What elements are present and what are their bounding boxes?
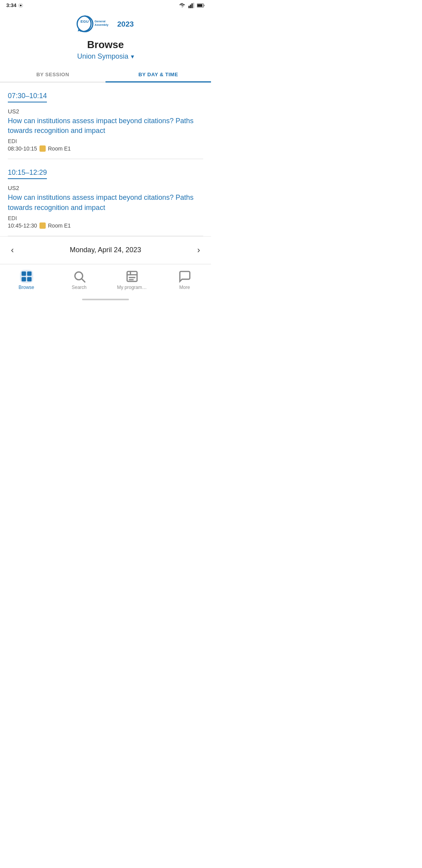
svg-text:General: General (95, 20, 106, 23)
time-block-1: 07:30–10:14 US2 How can institutions ass… (8, 92, 203, 159)
session-code-2: US2 (8, 185, 203, 191)
svg-text:E: E (80, 19, 83, 23)
session-code: US2 (8, 108, 203, 115)
session-item: US2 How can institutions assess impact b… (8, 185, 203, 236)
date-label: Monday, April 24, 2023 (70, 246, 141, 254)
session-room-2: Room E1 (48, 222, 71, 229)
status-icons (179, 3, 205, 8)
logo-area: E G U General Assembly 2023 (0, 10, 211, 37)
svg-point-7 (77, 16, 93, 32)
tab-by-day-time[interactable]: BY DAY & TIME (106, 67, 211, 82)
search-label: Search (72, 285, 86, 290)
session-time-room-2: 10:45-12:30 Room E1 (8, 222, 203, 229)
next-day-button[interactable]: › (194, 244, 203, 257)
time-range-2: 10:15–12:29 (8, 169, 47, 179)
nav-item-browse[interactable]: Browse (0, 268, 53, 292)
chevron-down-icon: ▾ (131, 53, 134, 60)
bottom-indicator (82, 299, 129, 300)
my-program-label: My program… (117, 285, 147, 290)
date-nav: ‹ Monday, April 24, 2023 › (0, 236, 211, 264)
more-icon-wrap (178, 270, 191, 283)
time-range-1: 07:30–10:14 (8, 92, 47, 102)
page-title: Browse (0, 39, 211, 51)
browse-label: Browse (18, 285, 34, 290)
svg-rect-16 (27, 271, 31, 276)
browse-icon-wrap (20, 270, 33, 283)
room-color-dot-2 (39, 222, 46, 229)
bottom-nav: Browse Search My program… (0, 264, 211, 299)
battery-icon (197, 3, 205, 8)
signal-icon (188, 3, 195, 8)
svg-text:U: U (86, 19, 89, 23)
nav-item-more[interactable]: More (158, 268, 211, 292)
location-icon (18, 3, 23, 8)
more-icon (178, 270, 191, 283)
wifi-icon (179, 3, 186, 8)
svg-rect-6 (197, 4, 202, 6)
svg-rect-17 (21, 277, 26, 281)
session-title[interactable]: How can institutions assess impact beyon… (8, 116, 203, 136)
session-room: Room E1 (48, 145, 71, 152)
svg-line-20 (82, 279, 85, 282)
tab-by-session[interactable]: BY SESSION (0, 67, 106, 82)
nav-item-search[interactable]: Search (53, 268, 106, 292)
my-program-icon-wrap (125, 270, 139, 283)
tabs-container: BY SESSION BY DAY & TIME (0, 67, 211, 82)
more-label: More (179, 285, 190, 290)
svg-text:Assembly: Assembly (95, 23, 109, 27)
svg-rect-15 (21, 271, 26, 276)
session-time-2: 10:45-12:30 (8, 222, 37, 229)
svg-rect-18 (27, 277, 31, 281)
session-item: US2 How can institutions assess impact b… (8, 108, 203, 159)
search-icon (73, 270, 86, 283)
status-bar: 3:34 (0, 0, 211, 10)
svg-text:2023: 2023 (117, 20, 134, 28)
subtitle-text: Union Symposia (77, 52, 128, 61)
svg-text:G: G (83, 19, 86, 23)
time-block-2: 10:15–12:29 US2 How can institutions ass… (8, 169, 203, 236)
session-tag: EDI (8, 138, 203, 144)
status-time: 3:34 (6, 2, 23, 8)
svg-rect-2 (190, 4, 191, 8)
egu-logo: E G U General Assembly 2023 (74, 14, 137, 34)
my-program-icon (125, 270, 139, 283)
nav-item-my-program[interactable]: My program… (106, 268, 158, 292)
room-color-dot (39, 145, 46, 152)
svg-rect-1 (188, 5, 190, 8)
browse-icon (20, 270, 33, 283)
subtitle-dropdown[interactable]: Union Symposia ▾ (0, 52, 211, 61)
svg-rect-4 (193, 3, 194, 8)
search-icon-wrap (73, 270, 86, 283)
svg-rect-3 (191, 3, 193, 8)
session-title-2[interactable]: How can institutions assess impact beyon… (8, 193, 203, 212)
sessions-container: 07:30–10:14 US2 How can institutions ass… (0, 92, 211, 236)
svg-point-0 (20, 4, 22, 6)
prev-day-button[interactable]: ‹ (8, 244, 17, 257)
session-time: 08:30-10:15 (8, 145, 37, 152)
session-tag-2: EDI (8, 215, 203, 221)
session-time-room: 08:30-10:15 Room E1 (8, 145, 203, 152)
